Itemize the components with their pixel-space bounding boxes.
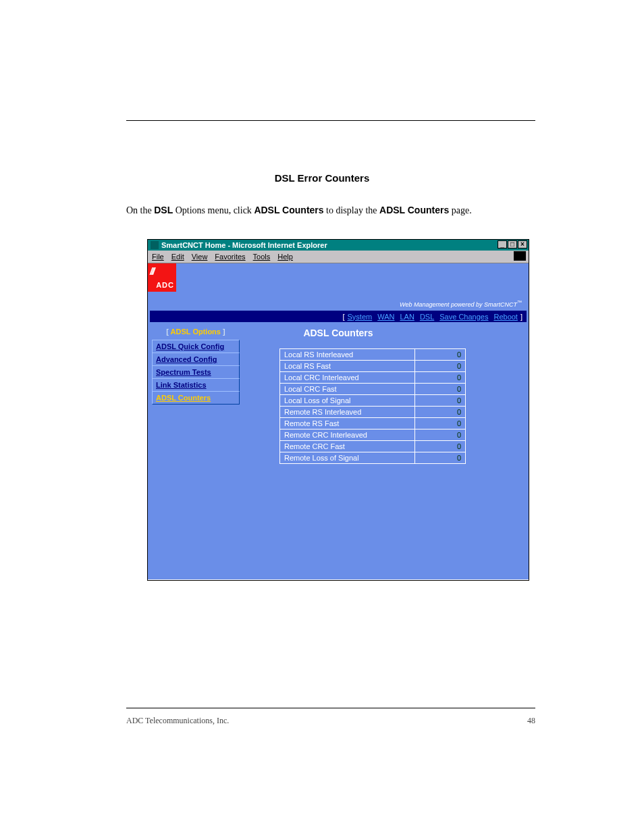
- sidebar-item-link-statistics[interactable]: Link Statistics: [152, 378, 240, 392]
- desc-bold-dsl: DSL: [154, 205, 173, 215]
- table-row: Remote Loss of Signal0: [280, 452, 466, 464]
- nav-bracket-open: [: [342, 313, 344, 321]
- window-title: SmartCNCT Home - Microsoft Internet Expl…: [161, 241, 327, 249]
- desc-mid1: Options menu, click: [176, 205, 254, 215]
- client-area: /// ADC Web Management powered by SmartC…: [148, 263, 529, 579]
- table-row: Local RS Interleaved0: [280, 349, 466, 361]
- sidebar: [ ADSL Options ] ADSL Quick Config Advan…: [152, 328, 240, 404]
- menu-file[interactable]: File: [152, 253, 164, 261]
- adc-logo-slashes: ///: [150, 266, 154, 277]
- counter-label: Local CRC Interleaved: [280, 372, 415, 384]
- counter-label: Remote CRC Fast: [280, 441, 415, 452]
- counter-value: 0: [415, 372, 466, 384]
- horizontal-rule-top: [126, 120, 535, 121]
- nav-save-changes[interactable]: Save Changes: [439, 313, 488, 321]
- table-row: Local CRC Interleaved0: [280, 372, 466, 384]
- desc-bold-adsl-counters-2: ADSL Counters: [379, 205, 449, 215]
- throbber-icon: [514, 251, 526, 261]
- counters-table: Local RS Interleaved0Local RS Fast0Local…: [279, 348, 466, 464]
- window-close-button[interactable]: ×: [518, 240, 527, 249]
- description-line: On the DSL Options menu, click ADSL Coun…: [126, 205, 472, 216]
- table-row: Remote RS Interleaved0: [280, 407, 466, 418]
- ie-app-icon: [151, 241, 159, 249]
- window-titlebar: SmartCNCT Home - Microsoft Internet Expl…: [148, 240, 529, 251]
- counter-label: Remote Loss of Signal: [280, 452, 415, 464]
- nav-wan[interactable]: WAN: [377, 313, 394, 321]
- counter-label: Remote RS Interleaved: [280, 407, 415, 418]
- adc-logo: /// ADC: [148, 263, 176, 292]
- window-maximize-button[interactable]: □: [508, 240, 517, 249]
- menubar: File Edit View Favorites Tools Help: [148, 251, 529, 263]
- nav-system[interactable]: System: [348, 313, 373, 321]
- counter-label: Local CRC Fast: [280, 384, 415, 395]
- desc-prefix: On the: [126, 205, 154, 215]
- counter-value: 0: [415, 349, 466, 361]
- counter-label: Local Loss of Signal: [280, 395, 415, 407]
- nav-bracket-close: ]: [520, 313, 522, 321]
- counter-label: Remote CRC Interleaved: [280, 429, 415, 441]
- sidebar-item-spectrum-tests[interactable]: Spectrum Tests: [152, 365, 240, 379]
- table-row: Remote CRC Interleaved0: [280, 429, 466, 441]
- menu-favorites[interactable]: Favorites: [215, 253, 245, 261]
- counter-value: 0: [415, 407, 466, 418]
- window-minimize-button[interactable]: _: [498, 240, 507, 249]
- counter-value: 0: [415, 429, 466, 441]
- counter-value: 0: [415, 361, 466, 372]
- sidebar-item-adsl-counters[interactable]: ADSL Counters: [152, 391, 240, 405]
- nav-reboot[interactable]: Reboot: [493, 313, 517, 321]
- menu-tools[interactable]: Tools: [253, 253, 271, 261]
- table-row: Local Loss of Signal0: [280, 395, 466, 407]
- table-row: Local RS Fast0: [280, 361, 466, 372]
- footer-page-number: 48: [527, 716, 535, 726]
- trademark-icon: ™: [517, 300, 522, 305]
- content-title: ADSL Counters: [148, 328, 529, 338]
- horizontal-rule-bottom: [126, 708, 535, 708]
- nav-dsl[interactable]: DSL: [420, 313, 434, 321]
- adc-logo-text: ADC: [156, 281, 174, 289]
- menu-view[interactable]: View: [192, 253, 208, 261]
- browser-window: SmartCNCT Home - Microsoft Internet Expl…: [147, 239, 529, 581]
- counter-value: 0: [415, 452, 466, 464]
- counter-value: 0: [415, 384, 466, 395]
- table-row: Local CRC Fast0: [280, 384, 466, 395]
- counter-value: 0: [415, 395, 466, 407]
- menu-edit[interactable]: Edit: [171, 253, 184, 261]
- sidebar-item-adsl-quick-config[interactable]: ADSL Quick Config: [152, 340, 240, 353]
- table-row: Remote RS Fast0: [280, 418, 466, 429]
- footer-company: ADC Telecommunications, Inc.: [126, 716, 229, 726]
- desc-suffix: page.: [452, 205, 472, 215]
- menu-help[interactable]: Help: [277, 253, 293, 261]
- heading-dsl-error-counters: DSL Error Counters: [0, 172, 644, 184]
- counter-label: Remote RS Fast: [280, 418, 415, 429]
- counter-value: 0: [415, 441, 466, 452]
- counter-label: Local RS Interleaved: [280, 349, 415, 361]
- desc-mid2: to display the: [326, 205, 379, 215]
- nav-lan[interactable]: LAN: [400, 313, 414, 321]
- top-nav: [ System WAN LAN DSL Save Changes Reboot…: [150, 311, 527, 322]
- counter-label: Local RS Fast: [280, 361, 415, 372]
- desc-bold-adsl-counters-1: ADSL Counters: [254, 205, 323, 215]
- table-row: Remote CRC Fast0: [280, 441, 466, 452]
- counter-value: 0: [415, 418, 466, 429]
- brand-tagline: Web Management powered by SmartCNCT™: [400, 300, 522, 308]
- sidebar-item-advanced-config[interactable]: Advanced Config: [152, 353, 240, 366]
